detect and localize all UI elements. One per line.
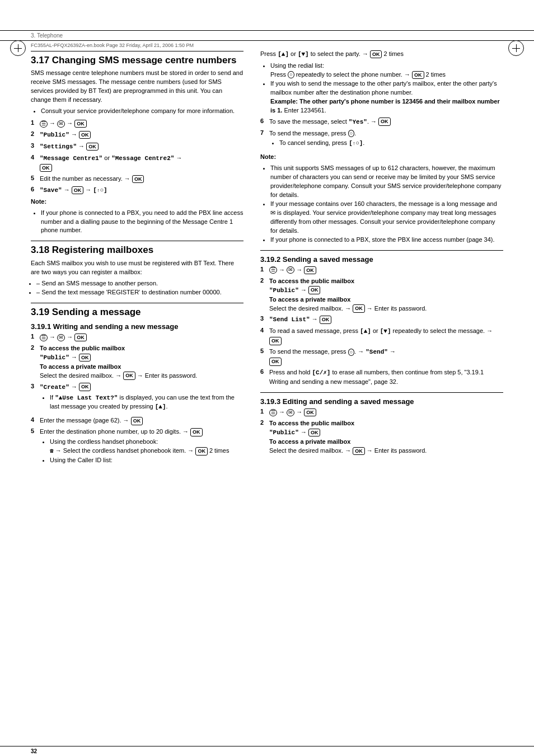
step-3192-5: 5 To send the message, press ○. → "Send"… — [260, 348, 503, 366]
section-3193-title: 3.19.3 Editing and sending a saved messa… — [260, 397, 503, 406]
section-317-intro: SMS message centre telephone numbers mus… — [31, 69, 243, 105]
step-317-2: 2 "Public" → OK — [31, 130, 243, 140]
step-3191-4: 4 Enter the message (page 62). → OK — [31, 416, 243, 425]
right-col-intro: Press [▲] or [▼] to select the party. → … — [260, 50, 503, 59]
section-317-title: 3.17 Changing SMS message centre numbers — [31, 55, 243, 66]
footer-bar: 32 — [0, 746, 534, 756]
right-column: Press [▲] or [▼] to select the party. → … — [260, 45, 503, 469]
ok-btn: OK — [131, 417, 143, 425]
ok-btn: OK — [40, 164, 52, 172]
step-317-3: 3 "Settings" → OK — [31, 142, 243, 152]
section-317-bullet1: Consult your service provider/telephone … — [41, 107, 243, 116]
ok-button-icon: OK — [74, 120, 87, 128]
corner-mark-tr — [508, 40, 524, 56]
section-318-title: 3.18 Registering mailboxes — [31, 245, 243, 256]
ok-btn: OK — [79, 354, 91, 362]
step-3191-1: 1 ☰ → ✉ → OK — [31, 333, 243, 342]
step-317-4: 4 "Message Centre1" or "Message Centre2"… — [31, 154, 243, 172]
divider-3193 — [260, 392, 503, 393]
section-3191-title: 3.19.1 Writing and sending a new message — [31, 322, 243, 331]
page-number: 32 — [31, 748, 503, 754]
ok-btn: OK — [304, 266, 316, 275]
ok-btn: OK — [195, 447, 208, 456]
envelope-icon: ✉ — [57, 334, 65, 341]
step-right-6: 6 To save the message, select "Yes". → O… — [260, 118, 503, 127]
ok-btn: OK — [353, 304, 365, 313]
envelope-icon: ✉ — [287, 266, 294, 274]
corner-mark-tl — [10, 40, 26, 56]
step-right-7: 7 To send the message, press ○. To cance… — [260, 129, 503, 151]
ok-btn: OK — [412, 71, 424, 79]
divider-319 — [31, 303, 243, 303]
divider-3192 — [260, 250, 503, 251]
section-3192-title: 3.19.2 Sending a saved message — [260, 255, 503, 264]
ok-btn: OK — [74, 334, 87, 342]
note-317-text: If your phone is connected to a PBX, you… — [41, 209, 243, 236]
ok-btn: OK — [269, 337, 282, 345]
section-318-intro: Each SMS mailbox you wish to use must be… — [31, 259, 243, 277]
ok-btn: OK — [304, 408, 316, 417]
section-318-dash2: Send the text message 'REGISTER' to dest… — [36, 288, 243, 297]
send-icon: ○ — [348, 130, 354, 137]
header-section-title: 3. Telephone — [31, 32, 63, 39]
file-info: FC355AL-PFQX2639ZA-en.book Page 32 Frida… — [31, 43, 194, 48]
step-317-5: 5 Edit the number as necessary. → OK — [31, 175, 243, 184]
ok-btn: OK — [378, 118, 391, 126]
ok-btn: OK — [79, 131, 91, 139]
send-icon: ○ — [348, 349, 354, 356]
menu-icon: ☰ — [269, 409, 277, 416]
section-318-dash1: Send an SMS message to another person. — [36, 279, 243, 288]
step-317-6: 6 "Save" → OK → [↑○] — [31, 186, 243, 195]
envelope-icon: ✉ — [287, 409, 294, 416]
step-3192-2: 2 To access the public mailbox "Public" … — [260, 277, 503, 313]
step-3191-5: 5 Enter the destination phone number, up… — [31, 428, 243, 467]
ok-btn: OK — [190, 428, 203, 436]
step-3191-3: 3 "Create" → OK If "▲Use Last Text?" is … — [31, 383, 243, 415]
left-column: 3.17 Changing SMS message centre numbers… — [31, 45, 243, 469]
ok-btn: OK — [269, 358, 282, 366]
note-3191-label: Note: — [260, 153, 276, 160]
divider-318 — [31, 241, 243, 241]
section-319-title: 3.19 Sending a message — [31, 307, 243, 318]
envelope-icon: ✉ — [57, 120, 65, 128]
step-3192-6: 6 Press and hold [C/✗] to erase all numb… — [260, 368, 503, 387]
section-318-list: Send an SMS message to another person. S… — [36, 279, 243, 297]
ok-btn: OK — [72, 186, 84, 195]
note-317-label: Note: — [31, 198, 46, 205]
redial-icon: ○ — [288, 71, 294, 78]
menu-icon: ☰ — [40, 334, 48, 341]
ok-btn: OK — [308, 429, 321, 437]
ok-btn: OK — [79, 383, 91, 391]
step-3192-1: 1 ☰ → ✉ → OK — [260, 266, 503, 275]
ok-btn: OK — [320, 316, 332, 324]
divider-317 — [31, 51, 243, 51]
step-317-1: 1 ☰ → ✉ → OK — [31, 119, 243, 128]
ok-btn: OK — [370, 50, 382, 59]
ok-btn: OK — [123, 372, 135, 380]
step-3192-4: 4 To read a saved message, press [▲] or … — [260, 327, 503, 345]
menu-icon: ☰ — [40, 120, 48, 128]
ok-btn: OK — [353, 447, 365, 456]
step-3193-1: 1 ☰ → ✉ → OK — [260, 408, 503, 417]
step-3191-2: 2 To access the public mailbox "Public" … — [31, 344, 243, 381]
ok-btn: OK — [308, 286, 321, 294]
step-3193-2: 2 To access the public mailbox "Public" … — [260, 419, 503, 456]
ok-btn: OK — [132, 175, 144, 184]
page: FC355AL-PFQX2639ZA-en.book Page 32 Frida… — [0, 30, 534, 756]
ok-btn: OK — [86, 143, 99, 151]
step-3192-3: 3 "Send List" → OK — [260, 315, 503, 325]
header-bar: 3. Telephone — [0, 30, 534, 41]
menu-icon: ☰ — [269, 266, 277, 274]
